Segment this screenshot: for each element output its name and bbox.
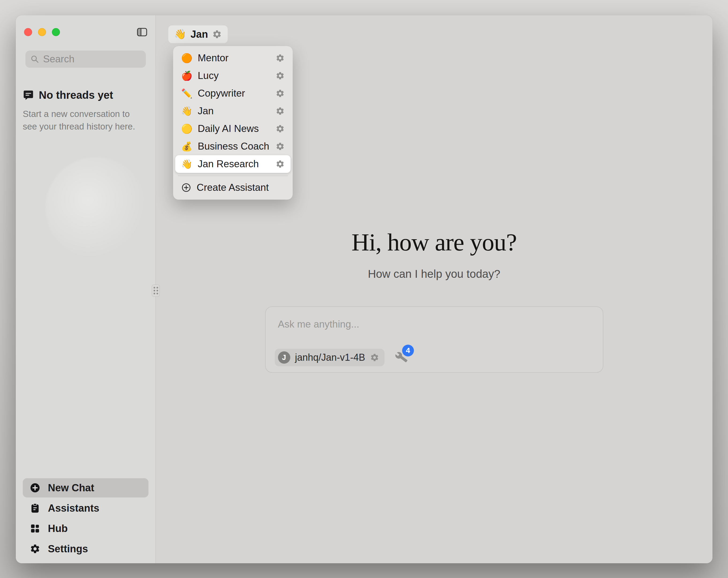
empty-state-description: Start a new conversation to see your thr…: [23, 107, 143, 133]
main-area: 👋 Jan 🟠 Mentor 🍎 Lucy ✏️ Copywriter: [156, 15, 712, 563]
assistant-emoji: ✏️: [181, 89, 192, 98]
sidebar: No threads yet Start a new conversation …: [16, 15, 156, 563]
assistant-gear-icon[interactable]: [276, 142, 285, 151]
sidebar-nav: New Chat Assistants Hub Settings: [16, 478, 155, 563]
assistant-gear-icon[interactable]: [276, 71, 285, 80]
search-input[interactable]: [43, 53, 141, 65]
decorative-blob: [45, 157, 147, 259]
menu-item-label: Lucy: [198, 70, 218, 81]
app-window: No threads yet Start a new conversation …: [16, 15, 712, 563]
assistant-emoji: 🟠: [181, 53, 192, 62]
assistant-settings-icon[interactable]: [212, 29, 222, 39]
nav-label: Hub: [48, 523, 68, 534]
assistant-dropdown-menu: 🟠 Mentor 🍎 Lucy ✏️ Copywriter 👋 Jan: [173, 46, 293, 200]
menu-item-business-coach[interactable]: 💰 Business Coach: [175, 137, 290, 155]
assistant-emoji: 🍎: [181, 71, 192, 80]
chat-bubble-icon: [23, 90, 34, 101]
menu-separator: [178, 176, 288, 176]
greeting-title: Hi, how are you?: [156, 228, 712, 256]
menu-item-label: Copywriter: [198, 88, 245, 99]
minimize-button[interactable]: [38, 28, 46, 36]
assistant-emoji: 💰: [181, 142, 192, 151]
model-name: janhq/Jan-v1-4B: [295, 352, 365, 363]
new-chat-button[interactable]: New Chat: [23, 478, 149, 498]
close-button[interactable]: [24, 28, 32, 36]
create-assistant-label: Create Assistant: [197, 182, 269, 193]
menu-item-jan-research[interactable]: 👋 Jan Research: [175, 155, 290, 173]
sidebar-resize-handle[interactable]: [152, 284, 160, 297]
search-icon: [30, 55, 39, 64]
empty-state: No threads yet Start a new conversation …: [16, 68, 155, 133]
assistant-gear-icon[interactable]: [276, 53, 285, 62]
plus-circle-icon: [181, 182, 191, 193]
zoom-button[interactable]: [52, 28, 60, 36]
create-assistant-button[interactable]: Create Assistant: [175, 179, 290, 196]
assistant-emoji: 👋: [181, 106, 192, 116]
hub-grid-icon: [30, 523, 41, 534]
gear-icon: [30, 544, 41, 554]
menu-item-jan[interactable]: 👋 Jan: [175, 102, 290, 120]
sidebar-item-hub[interactable]: Hub: [23, 519, 149, 538]
assistant-gear-icon[interactable]: [276, 124, 285, 133]
model-avatar: J: [278, 351, 290, 364]
assistant-name: Jan: [190, 29, 208, 40]
nav-label: Assistants: [48, 503, 99, 514]
menu-item-label: Daily AI News: [198, 123, 259, 134]
sidebar-item-assistants[interactable]: Assistants: [23, 499, 149, 518]
greeting: Hi, how are you? How can I help you toda…: [156, 228, 712, 280]
assistant-gear-icon[interactable]: [276, 106, 285, 116]
menu-item-mentor[interactable]: 🟠 Mentor: [175, 49, 290, 67]
composer-placeholder: Ask me anything...: [278, 319, 359, 330]
titlebar: [16, 15, 155, 49]
menu-item-label: Jan: [198, 105, 214, 117]
search-field[interactable]: [25, 51, 146, 68]
assistant-emoji: 👋: [181, 159, 192, 169]
menu-item-label: Mentor: [198, 52, 229, 64]
nav-label: New Chat: [48, 482, 94, 494]
assistant-gear-icon[interactable]: [276, 89, 285, 98]
composer-toolbar: J janhq/Jan-v1-4B 4: [275, 349, 408, 366]
assistant-gear-icon[interactable]: [276, 159, 285, 169]
assistants-icon: [30, 503, 41, 513]
chat-composer[interactable]: Ask me anything... J janhq/Jan-v1-4B 4: [265, 306, 603, 373]
greeting-subtitle: How can I help you today?: [156, 268, 712, 280]
sidebar-item-settings[interactable]: Settings: [23, 539, 149, 558]
menu-item-label: Jan Research: [198, 158, 259, 170]
assistant-emoji: 👋: [174, 29, 186, 39]
menu-item-daily-ai-news[interactable]: 🟡 Daily AI News: [175, 120, 290, 137]
sidebar-toggle-icon[interactable]: [136, 26, 149, 38]
menu-item-lucy[interactable]: 🍎 Lucy: [175, 67, 290, 84]
tools-count-badge: 4: [402, 345, 414, 356]
assistant-selector-button[interactable]: 👋 Jan: [168, 25, 228, 43]
model-selector-button[interactable]: J janhq/Jan-v1-4B: [275, 349, 385, 366]
window-controls: [24, 28, 60, 36]
desktop-background: No threads yet Start a new conversation …: [0, 0, 728, 578]
nav-label: Settings: [48, 543, 88, 555]
menu-item-label: Business Coach: [198, 141, 269, 152]
empty-state-title: No threads yet: [39, 89, 113, 101]
menu-item-copywriter[interactable]: ✏️ Copywriter: [175, 84, 290, 102]
plus-circle-icon: [30, 482, 41, 493]
model-settings-icon[interactable]: [370, 353, 379, 362]
tools-button[interactable]: 4: [395, 351, 408, 364]
assistant-emoji: 🟡: [181, 124, 192, 133]
